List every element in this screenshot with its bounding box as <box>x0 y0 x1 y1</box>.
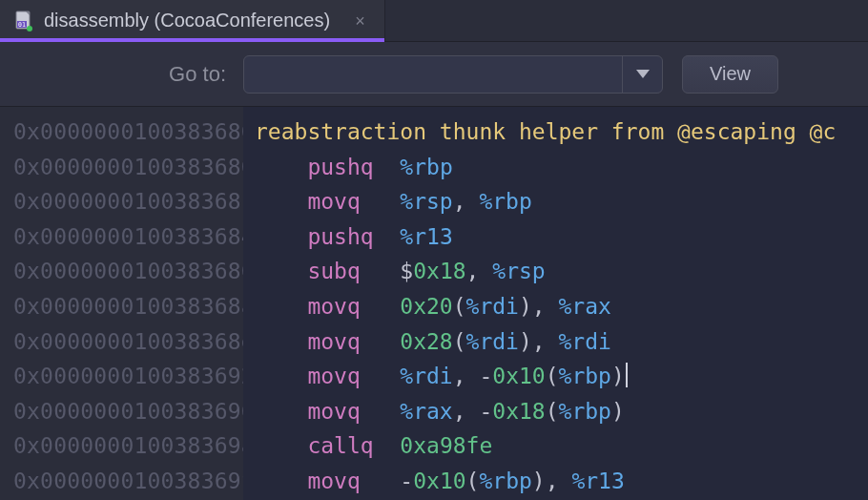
address: 0x0000000100383684 <box>13 219 234 255</box>
svg-text:01: 01 <box>18 21 26 29</box>
code-line: movq 0x20(%rdi), %rax <box>255 289 868 324</box>
address-gutter: 0x00000001003836800x00000001003836800x00… <box>0 107 243 500</box>
goto-combobox[interactable] <box>243 55 663 94</box>
tab-active-underline <box>0 38 384 42</box>
view-button[interactable]: View <box>682 55 778 94</box>
code-area[interactable]: reabstraction thunk helper from @escapin… <box>243 107 868 500</box>
toolbar: Go to: View <box>0 42 868 107</box>
address: 0x000000010038369f <box>13 464 234 499</box>
address: 0x000000010038368e <box>13 324 234 360</box>
address: 0x0000000100383681 <box>13 184 234 219</box>
symbol-header: reabstraction thunk helper from @escapin… <box>255 115 868 150</box>
address: 0x0000000100383696 <box>13 394 234 429</box>
disassembly-view: 0x00000001003836800x00000001003836800x00… <box>0 107 868 500</box>
code-line: pushq %r13 <box>255 219 868 255</box>
code-line: movq %rax, -0x18(%rbp) <box>255 394 868 429</box>
view-button-label: View <box>710 63 751 85</box>
tab-title: disassembly (CocoaConferences) <box>44 10 330 31</box>
tab-bar: 01 disassembly (CocoaConferences) × <box>0 0 868 42</box>
address: 0x0000000100383680 <box>13 115 234 150</box>
address: 0x0000000100383692 <box>13 359 234 394</box>
asm-file-icon: 01 <box>13 10 34 31</box>
text-cursor <box>626 363 628 387</box>
code-line: movq %rdi, -0x10(%rbp) <box>255 359 868 394</box>
chevron-down-icon <box>636 66 650 83</box>
address: 0x0000000100383686 <box>13 254 234 289</box>
close-icon[interactable]: × <box>349 10 371 31</box>
address: 0x0000000100383680 <box>13 150 234 185</box>
code-line: subq $0x18, %rsp <box>255 254 868 289</box>
svg-marker-6 <box>636 70 650 78</box>
goto-dropdown-button[interactable] <box>622 56 662 93</box>
address: 0x000000010038369a <box>13 428 234 464</box>
tab-disassembly[interactable]: 01 disassembly (CocoaConferences) × <box>0 0 385 41</box>
code-line: movq %rsp, %rbp <box>255 184 868 219</box>
address: 0x000000010038368a <box>13 289 234 324</box>
code-line: pushq %rbp <box>255 150 868 185</box>
code-line: movq -0x10(%rbp), %r13 <box>255 464 868 499</box>
code-line: movq 0x28(%rdi), %rdi <box>255 324 868 360</box>
code-line: callq 0xa98fe <box>255 428 868 464</box>
goto-label: Go to: <box>0 62 243 87</box>
goto-input[interactable] <box>244 56 622 93</box>
svg-point-5 <box>27 26 32 31</box>
